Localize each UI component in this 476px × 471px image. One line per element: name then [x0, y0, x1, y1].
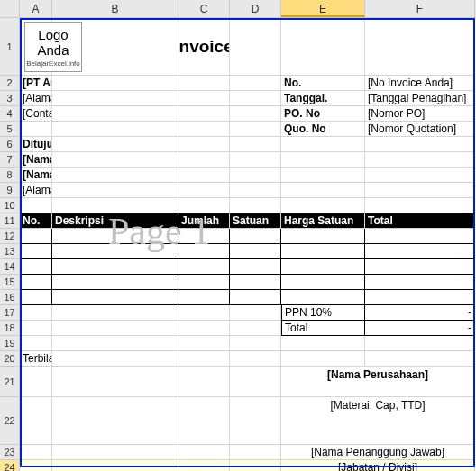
th-qty[interactable]: Jumlah [178, 213, 230, 229]
col-B[interactable]: B [52, 0, 178, 17]
row-header[interactable]: 10 [0, 198, 20, 213]
cell[interactable] [281, 152, 365, 168]
quo-label[interactable]: Quo. No [281, 122, 365, 137]
row-header[interactable]: 15 [0, 275, 20, 290]
cell[interactable] [281, 290, 365, 305]
row-21[interactable]: 21 [Nama Perusahaan] [0, 367, 476, 397]
total-label[interactable]: Total [281, 321, 365, 336]
cell[interactable] [230, 275, 281, 290]
th-no[interactable]: No. [20, 213, 52, 229]
row-header[interactable]: 20 [0, 351, 20, 367]
sender-contact[interactable]: [Contact] [20, 106, 52, 122]
cell[interactable] [365, 244, 475, 259]
row-header[interactable]: 24 [0, 460, 20, 471]
cell[interactable] [52, 229, 178, 244]
cell[interactable] [365, 137, 475, 152]
cell[interactable] [178, 259, 230, 275]
row-12[interactable]: 12 [0, 229, 476, 244]
row-header[interactable]: 23 [0, 445, 20, 460]
po-value[interactable]: [Nomor PO] [365, 106, 475, 122]
cell[interactable] [20, 275, 52, 290]
row-header[interactable]: 2 [0, 76, 20, 91]
cell[interactable] [365, 259, 475, 275]
sender-address[interactable]: [Alamat] [20, 91, 52, 106]
row-23[interactable]: 23 [Nama Penanggung Jawab] [0, 445, 476, 460]
cell[interactable] [281, 336, 365, 351]
cell[interactable] [281, 198, 365, 213]
cell[interactable] [365, 351, 475, 367]
cell[interactable] [281, 168, 365, 183]
row-2[interactable]: 2 [PT Anda] No. [No Invoice Anda] [0, 76, 476, 91]
row-22[interactable]: 22 [Materai, Cap, TTD] [0, 397, 476, 445]
th-total[interactable]: Total [365, 213, 475, 229]
row-header[interactable]: 1 [0, 18, 20, 76]
po-label[interactable]: PO. No [281, 106, 365, 122]
cell[interactable] [178, 229, 230, 244]
row-header[interactable]: 3 [0, 91, 20, 106]
cell[interactable] [52, 152, 178, 168]
cell[interactable] [20, 229, 52, 244]
date-value[interactable]: [Tanggal Penagihan] [365, 91, 475, 106]
cell[interactable] [52, 305, 178, 321]
row-8[interactable]: 8 [Nama Perusahaan] [0, 168, 476, 183]
cell[interactable] [365, 152, 475, 168]
cell[interactable] [365, 229, 475, 244]
cell[interactable] [365, 18, 475, 76]
cell[interactable] [20, 244, 52, 259]
cell[interactable] [52, 321, 178, 336]
row-header[interactable]: 22 [0, 397, 20, 445]
cell[interactable] [281, 351, 365, 367]
cell[interactable] [52, 244, 178, 259]
col-D[interactable]: D [230, 0, 281, 17]
cell[interactable] [20, 321, 52, 336]
cell[interactable] [230, 244, 281, 259]
cell[interactable] [178, 106, 230, 122]
th-price[interactable]: Harga Satuan [281, 213, 365, 229]
row-17[interactable]: 17 PPN 10% - [0, 305, 476, 321]
th-unit[interactable]: Satuan [230, 213, 281, 229]
invoice-title[interactable]: Invoice [178, 18, 230, 76]
cell[interactable] [230, 122, 281, 137]
cell[interactable] [365, 183, 475, 198]
row-header[interactable]: 16 [0, 290, 20, 305]
row-header[interactable]: 7 [0, 152, 20, 168]
cell[interactable] [20, 198, 52, 213]
cell[interactable] [20, 122, 52, 137]
cell[interactable] [230, 91, 281, 106]
cell[interactable] [281, 244, 365, 259]
cell[interactable] [178, 137, 230, 152]
cell[interactable] [52, 336, 178, 351]
cell[interactable] [52, 106, 178, 122]
cell[interactable] [178, 275, 230, 290]
cell[interactable] [230, 259, 281, 275]
cell[interactable] [230, 460, 281, 471]
col-C[interactable]: C [178, 0, 230, 17]
cell[interactable] [52, 91, 178, 106]
sign-person[interactable]: [Nama Penanggung Jawab] [281, 445, 475, 460]
logo-box[interactable]: Logo Anda BelajarExcel.info [24, 22, 82, 72]
cell[interactable] [52, 259, 178, 275]
date-label[interactable]: Tanggal. [281, 91, 365, 106]
cell[interactable] [20, 460, 52, 471]
cell[interactable] [230, 397, 281, 445]
recipient-heading[interactable]: Ditujukan Kepada: [20, 137, 52, 152]
th-desc[interactable]: Deskripsi [52, 213, 178, 229]
row-header[interactable]: 17 [0, 305, 20, 321]
cell[interactable] [178, 336, 230, 351]
recipient-name[interactable]: [Nama Orang Yang Dituju] [20, 152, 52, 168]
ppn-label[interactable]: PPN 10% [281, 305, 365, 321]
row-18[interactable]: 18 Total - [0, 321, 476, 336]
row-5[interactable]: 5 Quo. No [Nomor Quotation] [0, 122, 476, 137]
row-header[interactable]: 18 [0, 321, 20, 336]
row-19[interactable]: 19 [0, 336, 476, 351]
cell[interactable] [20, 445, 52, 460]
row-13[interactable]: 13 [0, 244, 476, 259]
cell[interactable] [20, 336, 52, 351]
cell[interactable] [281, 183, 365, 198]
cell[interactable] [52, 122, 178, 137]
row-header[interactable]: 12 [0, 229, 20, 244]
cell[interactable] [178, 198, 230, 213]
cell[interactable] [230, 336, 281, 351]
cell[interactable] [230, 106, 281, 122]
cell[interactable] [230, 321, 281, 336]
